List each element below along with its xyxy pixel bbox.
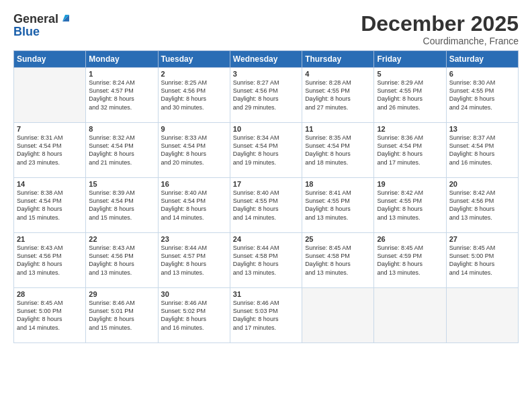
- week-row-2: 7Sunrise: 8:31 AM Sunset: 4:54 PM Daylig…: [14, 123, 519, 178]
- day-number: 18: [305, 180, 371, 188]
- day-info: Sunrise: 8:46 AM Sunset: 5:03 PM Dayligh…: [233, 299, 299, 332]
- header-tuesday: Tuesday: [158, 51, 230, 68]
- day-cell: 7Sunrise: 8:31 AM Sunset: 4:54 PM Daylig…: [14, 123, 86, 178]
- day-info: Sunrise: 8:38 AM Sunset: 4:54 PM Dayligh…: [17, 189, 83, 222]
- day-number: 28: [17, 290, 83, 298]
- day-number: 15: [89, 180, 154, 188]
- day-info: Sunrise: 8:36 AM Sunset: 4:54 PM Dayligh…: [377, 134, 443, 167]
- calendar-container: General Blue December 2025 Courdimanche,…: [0, 0, 532, 411]
- day-number: 14: [17, 180, 83, 188]
- day-number: 31: [233, 290, 299, 298]
- day-cell: 29Sunrise: 8:46 AM Sunset: 5:01 PM Dayli…: [86, 288, 158, 343]
- day-cell: 15Sunrise: 8:39 AM Sunset: 4:54 PM Dayli…: [86, 178, 158, 233]
- day-cell: 25Sunrise: 8:45 AM Sunset: 4:58 PM Dayli…: [302, 233, 374, 288]
- day-cell: 8Sunrise: 8:32 AM Sunset: 4:54 PM Daylig…: [86, 123, 158, 178]
- day-number: 25: [305, 235, 371, 243]
- day-info: Sunrise: 8:43 AM Sunset: 4:56 PM Dayligh…: [89, 244, 154, 277]
- header-thursday: Thursday: [302, 51, 374, 68]
- week-row-5: 28Sunrise: 8:45 AM Sunset: 5:00 PM Dayli…: [14, 288, 519, 343]
- day-cell: [374, 288, 446, 343]
- day-info: Sunrise: 8:44 AM Sunset: 4:57 PM Dayligh…: [161, 244, 227, 277]
- day-number: 10: [233, 125, 299, 133]
- day-info: Sunrise: 8:41 AM Sunset: 4:55 PM Dayligh…: [305, 189, 371, 222]
- day-cell: 13Sunrise: 8:37 AM Sunset: 4:54 PM Dayli…: [446, 123, 518, 178]
- day-cell: 17Sunrise: 8:40 AM Sunset: 4:55 PM Dayli…: [230, 178, 302, 233]
- header-sunday: Sunday: [14, 51, 86, 68]
- day-number: 11: [305, 125, 371, 133]
- day-info: Sunrise: 8:24 AM Sunset: 4:57 PM Dayligh…: [89, 79, 154, 111]
- day-info: Sunrise: 8:42 AM Sunset: 4:56 PM Dayligh…: [449, 189, 515, 222]
- day-number: 12: [377, 125, 443, 133]
- header-wednesday: Wednesday: [230, 51, 302, 68]
- day-info: Sunrise: 8:45 AM Sunset: 4:59 PM Dayligh…: [377, 244, 443, 277]
- day-cell: [302, 288, 374, 343]
- location-subtitle: Courdimanche, France: [361, 36, 519, 46]
- day-number: 4: [305, 70, 371, 78]
- day-cell: 28Sunrise: 8:45 AM Sunset: 5:00 PM Dayli…: [14, 288, 86, 343]
- day-info: Sunrise: 8:32 AM Sunset: 4:54 PM Dayligh…: [89, 134, 154, 167]
- day-info: Sunrise: 8:45 AM Sunset: 5:00 PM Dayligh…: [449, 244, 515, 277]
- day-cell: 24Sunrise: 8:44 AM Sunset: 4:58 PM Dayli…: [230, 233, 302, 288]
- week-row-4: 21Sunrise: 8:43 AM Sunset: 4:56 PM Dayli…: [14, 233, 519, 288]
- day-cell: 11Sunrise: 8:35 AM Sunset: 4:54 PM Dayli…: [302, 123, 374, 178]
- day-number: 21: [17, 235, 83, 243]
- day-info: Sunrise: 8:40 AM Sunset: 4:54 PM Dayligh…: [161, 189, 227, 222]
- day-info: Sunrise: 8:45 AM Sunset: 4:58 PM Dayligh…: [305, 244, 371, 277]
- day-cell: 26Sunrise: 8:45 AM Sunset: 4:59 PM Dayli…: [374, 233, 446, 288]
- header-monday: Monday: [86, 51, 158, 68]
- day-number: 7: [17, 125, 83, 133]
- day-cell: 3Sunrise: 8:27 AM Sunset: 4:56 PM Daylig…: [230, 68, 302, 123]
- header: General Blue December 2025 Courdimanche,…: [13, 12, 519, 46]
- day-number: 1: [89, 70, 154, 78]
- week-row-3: 14Sunrise: 8:38 AM Sunset: 4:54 PM Dayli…: [14, 178, 519, 233]
- day-info: Sunrise: 8:46 AM Sunset: 5:02 PM Dayligh…: [161, 299, 227, 332]
- day-number: 27: [449, 235, 515, 243]
- day-number: 3: [233, 70, 299, 78]
- day-number: 13: [449, 125, 515, 133]
- day-info: Sunrise: 8:29 AM Sunset: 4:55 PM Dayligh…: [377, 79, 443, 111]
- day-cell: 21Sunrise: 8:43 AM Sunset: 4:56 PM Dayli…: [14, 233, 86, 288]
- day-cell: 1Sunrise: 8:24 AM Sunset: 4:57 PM Daylig…: [86, 68, 158, 123]
- day-info: Sunrise: 8:25 AM Sunset: 4:56 PM Dayligh…: [161, 79, 227, 111]
- day-info: Sunrise: 8:42 AM Sunset: 4:55 PM Dayligh…: [377, 189, 443, 222]
- day-number: 6: [449, 70, 515, 78]
- day-info: Sunrise: 8:28 AM Sunset: 4:55 PM Dayligh…: [305, 79, 371, 111]
- day-info: Sunrise: 8:44 AM Sunset: 4:58 PM Dayligh…: [233, 244, 299, 277]
- day-cell: 31Sunrise: 8:46 AM Sunset: 5:03 PM Dayli…: [230, 288, 302, 343]
- header-saturday: Saturday: [446, 51, 518, 68]
- day-cell: 30Sunrise: 8:46 AM Sunset: 5:02 PM Dayli…: [158, 288, 230, 343]
- day-info: Sunrise: 8:39 AM Sunset: 4:54 PM Dayligh…: [89, 189, 154, 222]
- day-cell: 4Sunrise: 8:28 AM Sunset: 4:55 PM Daylig…: [302, 68, 374, 123]
- day-cell: 19Sunrise: 8:42 AM Sunset: 4:55 PM Dayli…: [374, 178, 446, 233]
- day-cell: 22Sunrise: 8:43 AM Sunset: 4:56 PM Dayli…: [86, 233, 158, 288]
- day-info: Sunrise: 8:31 AM Sunset: 4:54 PM Dayligh…: [17, 134, 83, 167]
- day-info: Sunrise: 8:45 AM Sunset: 5:00 PM Dayligh…: [17, 299, 83, 332]
- day-number: 23: [161, 235, 227, 243]
- day-number: 29: [89, 290, 154, 298]
- day-number: 24: [233, 235, 299, 243]
- day-info: Sunrise: 8:43 AM Sunset: 4:56 PM Dayligh…: [17, 244, 83, 277]
- day-cell: 5Sunrise: 8:29 AM Sunset: 4:55 PM Daylig…: [374, 68, 446, 123]
- day-cell: 16Sunrise: 8:40 AM Sunset: 4:54 PM Dayli…: [158, 178, 230, 233]
- day-number: 17: [233, 180, 299, 188]
- day-info: Sunrise: 8:46 AM Sunset: 5:01 PM Dayligh…: [89, 299, 154, 332]
- day-number: 26: [377, 235, 443, 243]
- day-cell: 12Sunrise: 8:36 AM Sunset: 4:54 PM Dayli…: [374, 123, 446, 178]
- day-number: 22: [89, 235, 154, 243]
- day-cell: [446, 288, 518, 343]
- logo-blue-text: Blue: [13, 26, 40, 38]
- day-info: Sunrise: 8:35 AM Sunset: 4:54 PM Dayligh…: [305, 134, 371, 167]
- day-info: Sunrise: 8:37 AM Sunset: 4:54 PM Dayligh…: [449, 134, 515, 167]
- day-cell: 10Sunrise: 8:34 AM Sunset: 4:54 PM Dayli…: [230, 123, 302, 178]
- day-info: Sunrise: 8:40 AM Sunset: 4:55 PM Dayligh…: [233, 189, 299, 222]
- day-cell: 2Sunrise: 8:25 AM Sunset: 4:56 PM Daylig…: [158, 68, 230, 123]
- day-cell: 27Sunrise: 8:45 AM Sunset: 5:00 PM Dayli…: [446, 233, 518, 288]
- day-info: Sunrise: 8:27 AM Sunset: 4:56 PM Dayligh…: [233, 79, 299, 111]
- logo-icon: [60, 12, 71, 23]
- day-cell: 9Sunrise: 8:33 AM Sunset: 4:54 PM Daylig…: [158, 123, 230, 178]
- title-block: December 2025 Courdimanche, France: [361, 12, 519, 46]
- day-cell: 23Sunrise: 8:44 AM Sunset: 4:57 PM Dayli…: [158, 233, 230, 288]
- day-number: 8: [89, 125, 154, 133]
- weekday-header-row: Sunday Monday Tuesday Wednesday Thursday…: [14, 51, 519, 68]
- day-number: 5: [377, 70, 443, 78]
